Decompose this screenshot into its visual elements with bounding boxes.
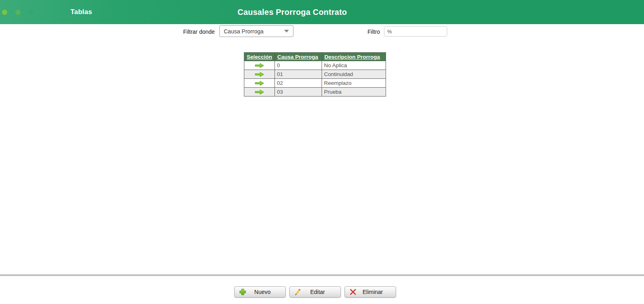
table-row: 03 Prueba [244,88,386,97]
cell-descripcion: Reemplazo [322,79,386,88]
table-row: 0 No Aplica [244,61,386,70]
footer-divider-soft [0,275,644,277]
header-bar: Tablas Causales Prorroga Contrato [0,0,644,24]
editar-button[interactable]: Editar [289,286,341,298]
select-arrow-icon [255,72,264,77]
cell-causa: 01 [275,70,322,79]
select-arrow-icon [255,63,264,68]
cell-causa: 03 [275,88,322,97]
row-select-button[interactable] [244,61,275,70]
window-dot-icon[interactable] [2,10,7,15]
x-icon [349,288,357,296]
window-dot-icon[interactable] [15,10,21,15]
plus-icon [239,288,247,296]
select-arrow-icon [255,80,264,86]
select-arrow-icon [255,89,264,95]
cell-descripcion: Continuidad [322,70,386,79]
filtro-input[interactable] [384,26,447,37]
eliminar-button[interactable]: Eliminar [345,286,396,298]
app-title: Tablas [70,8,92,16]
cell-descripcion: Prueba [322,88,386,97]
chevron-down-icon [284,30,289,33]
window-dots [2,10,34,15]
filter-where-selected-value: Causa Prorroga [224,28,284,35]
column-header-seleccion[interactable]: Selección [244,53,275,61]
column-header-descripcion[interactable]: Descripcion Prorroga [322,53,386,61]
table-row: 02 Reemplazo [244,79,386,88]
row-select-button[interactable] [244,79,275,88]
table-body: 0 No Aplica 01 Continuidad [244,61,386,97]
table-row: 01 Continuidad [244,70,386,79]
cell-descripcion: No Aplica [322,61,386,70]
footer-button-bar: Nuevo Editar Eliminar [234,286,396,298]
causales-table: Selección Causa Prorroga Descripcion Pro… [244,52,386,97]
app-window: Tablas Causales Prorroga Contrato Filtra… [0,0,644,304]
nuevo-button-label: Nuevo [247,289,281,295]
table-header-row: Selección Causa Prorroga Descripcion Pro… [244,53,386,61]
row-select-button[interactable] [244,70,275,79]
row-select-button[interactable] [244,88,275,97]
filtro-label: Filtro [367,29,380,35]
page-title: Causales Prorroga Contrato [237,8,347,17]
cell-causa: 0 [275,61,322,70]
column-header-causa[interactable]: Causa Prorroga [275,53,322,61]
eliminar-button-label: Eliminar [357,289,392,295]
cell-causa: 02 [275,79,322,88]
editar-button-label: Editar [302,289,336,295]
filter-where-label: Filtrar donde [183,29,215,35]
filter-where-select[interactable]: Causa Prorroga [219,25,293,37]
nuevo-button[interactable]: Nuevo [234,286,286,298]
pencil-icon [294,288,302,296]
window-dot-icon[interactable] [29,10,34,15]
